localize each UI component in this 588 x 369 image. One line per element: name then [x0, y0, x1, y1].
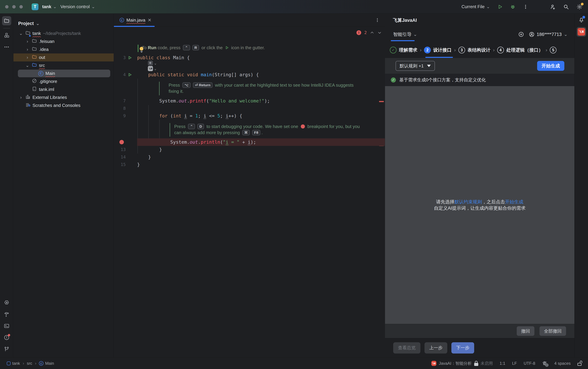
code-line-14: 14 } — [114, 153, 385, 161]
breakpoint-icon[interactable] — [120, 140, 124, 144]
tree-chevron-icon[interactable]: › — [19, 95, 23, 100]
unlock-icon[interactable] — [578, 361, 582, 366]
tree-chevron-icon[interactable]: ⌄ — [25, 63, 30, 68]
tool-strip-folder[interactable] — [2, 16, 11, 25]
line-separator-widget[interactable]: LF — [512, 361, 517, 366]
tree-item--feisuan[interactable]: ›.feisuan — [13, 37, 114, 45]
tree-chevron-icon[interactable]: › — [25, 55, 30, 60]
close-tab-icon[interactable]: ✕ — [148, 18, 151, 23]
tree-item-main[interactable]: CMain — [13, 70, 114, 77]
code-line-15: 15} — [114, 161, 385, 168]
breadcrumb-src[interactable]: src — [27, 361, 32, 366]
tab-main-java[interactable]: C Main.java ✕ — [114, 14, 156, 26]
folder-source-icon — [32, 62, 37, 69]
tool-strip-problems[interactable] — [2, 333, 11, 342]
chevron-down-icon: ⌄ — [53, 4, 57, 9]
next-step-button[interactable]: 下一步 — [451, 342, 474, 354]
prev-step-button[interactable]: 上一步 — [425, 342, 447, 354]
run-gutter-icon[interactable] — [128, 55, 132, 60]
inspections-widget[interactable]: ! 2 — [357, 30, 382, 35]
overview-button[interactable]: 查看总览 — [393, 342, 420, 354]
run-gutter-icon[interactable] — [128, 72, 132, 77]
line-number[interactable]: 3 — [114, 54, 126, 62]
ai-knot-icon — [148, 61, 153, 66]
tool-strip-git-branch[interactable] — [2, 345, 11, 354]
step-1[interactable]: ✓理解需求 — [390, 47, 417, 53]
step-3[interactable]: 3表结构设计 — [458, 47, 490, 53]
line-number[interactable]: 8 — [114, 105, 126, 112]
settings-button[interactable] — [577, 4, 583, 10]
empty-state-link[interactable]: 开始生成 — [505, 199, 523, 205]
tree-item-external-libraries[interactable]: ›External Libraries — [13, 93, 114, 102]
tool-strip-services[interactable] — [2, 298, 11, 308]
window-controls[interactable] — [5, 5, 23, 9]
tree-item-src[interactable]: ⌄src — [13, 62, 114, 70]
notifications-button[interactable] — [578, 17, 584, 23]
breadcrumb-main[interactable]: CMain — [39, 361, 54, 366]
vcs-menu[interactable]: Version control ⌄ — [60, 4, 95, 9]
analysis-warning-icon[interactable]: ! — [542, 361, 548, 366]
code-area[interactable]: ! 2 To Run code, press ⌃R or click the i… — [114, 27, 385, 358]
inlay-feisuan-mini[interactable]: 飞算⌄ — [148, 66, 156, 71]
line-number[interactable]: 7 — [114, 97, 126, 105]
chevron-right-icon: › — [420, 47, 421, 53]
tool-strip-more-horizontal[interactable] — [2, 42, 11, 51]
inline-hint-line: Press ⌃D to start debugging your code. W… — [174, 123, 360, 130]
inline-hint-border — [170, 123, 170, 137]
chevron-right-icon: › — [35, 361, 36, 366]
code-line-9: 9 for (int i = 1; i <= 5; i++) { — [114, 112, 385, 120]
step-4[interactable]: 4处理逻辑（接口） — [497, 47, 543, 53]
add-user-button[interactable] — [550, 4, 556, 10]
undo-all-button[interactable]: 全部撤回 — [539, 326, 566, 336]
tab-options-button[interactable] — [375, 18, 380, 22]
line-number[interactable]: 9 — [114, 112, 126, 120]
prev-error-icon[interactable] — [370, 31, 374, 35]
step-2[interactable]: 2设计接口 — [424, 47, 452, 53]
generate-button[interactable]: 开始生成 — [537, 61, 564, 71]
line-number[interactable]: 13 — [114, 146, 126, 153]
feisuan-tool-window-button[interactable]: 飞算 — [577, 27, 586, 37]
tree-item-tank-iml[interactable]: tank.iml — [13, 85, 114, 93]
step-5[interactable]: 5 — [550, 47, 557, 53]
tree-item-out[interactable]: ›out — [13, 53, 114, 62]
settings-notification-dot — [581, 3, 584, 5]
tree-chevron-icon[interactable]: › — [25, 47, 30, 52]
account-menu[interactable]: 186****7713 ⌄ — [529, 31, 568, 37]
caret-position-widget[interactable]: 1:1 — [500, 361, 505, 366]
tool-strip-terminal[interactable] — [2, 321, 11, 330]
project-menu[interactable]: tank ⌄ — [42, 4, 57, 9]
zoom-window-button[interactable] — [20, 5, 23, 9]
minimize-window-button[interactable] — [12, 5, 16, 9]
new-session-button[interactable] — [518, 31, 524, 37]
breadcrumb-tank[interactable]: tank — [7, 361, 20, 366]
tree-item-scratches-and-consoles[interactable]: Scratches and Consoles — [13, 102, 114, 109]
project-panel-header[interactable]: Project ⌄ — [13, 14, 113, 29]
tree-chevron-icon[interactable]: › — [25, 39, 30, 44]
run-button[interactable] — [498, 4, 503, 9]
tree-item--gitignore[interactable]: .gitignore — [13, 77, 114, 85]
tree-chevron-icon[interactable]: ⌄ — [19, 31, 23, 36]
encoding-widget[interactable]: UTF-8 — [524, 361, 535, 366]
rules-dropdown[interactable]: 默认规则 +1 — [396, 61, 435, 71]
tool-strip-build-hammer[interactable] — [2, 310, 11, 319]
indent-widget[interactable]: 4 spaces — [554, 361, 571, 366]
line-number[interactable]: 15 — [114, 161, 126, 168]
status-bar: tank›src›CMain 飞算 JavaAI：智能分析 未启用 1:1 LF… — [0, 358, 588, 369]
inlay-ai-knot[interactable]: ⌄ — [148, 61, 156, 66]
search-everywhere-button[interactable] — [563, 4, 569, 10]
debug-button[interactable] — [510, 4, 516, 10]
line-number[interactable]: 4 — [114, 71, 126, 79]
javaai-status-widget[interactable]: 飞算 JavaAI：智能分析 未启用 — [431, 361, 493, 366]
tree-item--idea[interactable]: ›.idea — [13, 45, 114, 53]
line-number[interactable]: 14 — [114, 153, 126, 161]
empty-state-link[interactable]: 默认约束规则 — [454, 199, 482, 205]
run-configuration-selector[interactable]: Current File ⌄ — [461, 4, 490, 9]
inline-hint: Press ⌃D to start debugging your code. W… — [174, 123, 360, 136]
tree-item-tank[interactable]: ⌄tank~/IdeaProjects/tank — [13, 30, 114, 37]
undo-button[interactable]: 撤回 — [517, 326, 534, 336]
close-window-button[interactable] — [5, 5, 9, 9]
more-actions-button[interactable] — [523, 4, 528, 9]
tool-strip-structure[interactable] — [2, 31, 11, 40]
next-error-icon[interactable] — [377, 31, 382, 35]
tab-smart-guide[interactable]: 智能引导 ⌄ — [393, 31, 417, 37]
